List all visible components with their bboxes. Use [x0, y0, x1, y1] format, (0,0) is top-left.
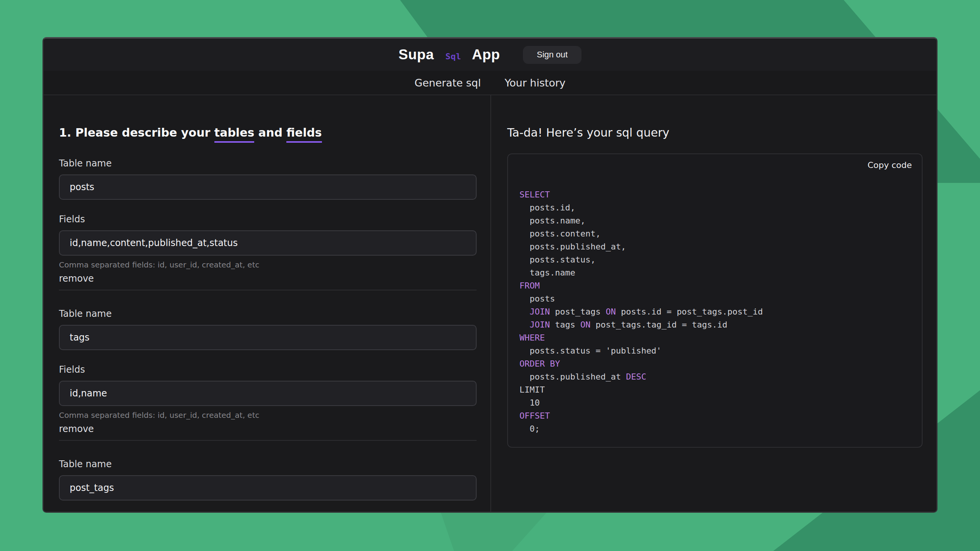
fields-label: Fields: [59, 364, 477, 375]
sql-code-line: tags.name: [519, 266, 911, 279]
remove-table-button[interactable]: remove: [59, 273, 94, 284]
table-group: Table name Fields Comma separated fields…: [59, 308, 477, 441]
result-panel: Ta-da! Here’s your sql query Copy code S…: [491, 95, 936, 512]
remove-table-button[interactable]: remove: [59, 424, 94, 435]
sql-code-line: FROM: [519, 279, 911, 292]
sql-code-card: Copy code SELECT posts.id, posts.name, p…: [507, 153, 923, 448]
sql-code-line: LIMIT: [519, 383, 911, 396]
table-name-input[interactable]: [59, 174, 477, 200]
table-name-input[interactable]: [59, 475, 477, 500]
result-heading: Ta-da! Here’s your sql query: [507, 126, 923, 140]
sql-code-line: 10: [519, 396, 911, 409]
sql-code-line: posts.id,: [519, 201, 911, 214]
sql-code-line: posts.content,: [519, 227, 911, 240]
sql-code-line: posts.status = 'published': [519, 344, 911, 357]
tables-form-panel: 1. Please describe your tables and field…: [44, 95, 491, 512]
group-divider: [59, 290, 477, 290]
fields-helper-text: Comma separated fields: id, user_id, cre…: [59, 411, 477, 420]
sql-code-line: posts.published_at,: [519, 240, 911, 253]
table-name-label: Table name: [59, 308, 477, 320]
table-name-label: Table name: [59, 158, 477, 169]
app-header: SupaSqlApp Sign out: [44, 39, 936, 71]
sign-out-button[interactable]: Sign out: [523, 46, 581, 64]
group-divider: [59, 440, 477, 441]
fields-helper-text: Comma separated fields: id, user_id, cre…: [59, 260, 477, 269]
sql-code-line: 0;: [519, 422, 911, 435]
logo-part-app: App: [472, 47, 500, 62]
table-group: Table name Fields Comma separated fields…: [59, 459, 477, 512]
fields-input[interactable]: [59, 230, 477, 256]
table-name-label: Table name: [59, 459, 477, 470]
sql-code-block: SELECT posts.id, posts.name, posts.conte…: [508, 173, 922, 447]
desktop-background: SupaSqlApp Sign out Generate sql Your hi…: [0, 0, 980, 551]
sql-code-line: WHERE: [519, 331, 911, 344]
table-group: Table name Fields Comma separated fields…: [59, 158, 477, 290]
fields-label: Fields: [59, 214, 477, 225]
sql-code-line: OFFSET: [519, 409, 911, 422]
sql-code-line: SELECT: [519, 188, 911, 201]
sql-code-line: posts.status,: [519, 253, 911, 266]
content-area: 1. Please describe your tables and field…: [44, 95, 936, 512]
form-heading: 1. Please describe your tables and field…: [59, 126, 477, 140]
app-logo: SupaSqlApp: [399, 47, 500, 63]
app-window: SupaSqlApp Sign out Generate sql Your hi…: [42, 37, 938, 513]
sql-code-card-header: Copy code: [508, 154, 922, 173]
form-heading-text: 1. Please describe your: [59, 126, 214, 139]
logo-part-supa: Supa: [399, 47, 434, 62]
main-nav: Generate sql Your history: [44, 71, 936, 95]
sql-code-line: JOIN tags ON post_tags.tag_id = tags.id: [519, 318, 911, 331]
sql-code-line: posts.published_at DESC: [519, 370, 911, 383]
sql-code-line: ORDER BY: [519, 357, 911, 370]
sql-code-line: posts: [519, 292, 911, 305]
table-groups: Table name Fields Comma separated fields…: [59, 158, 477, 512]
sql-code-line: JOIN post_tags ON posts.id = post_tags.p…: [519, 305, 911, 318]
logo-part-sql: Sql: [434, 37, 472, 73]
form-heading-fields-underlined: fields: [286, 126, 322, 143]
form-heading-and: and: [254, 126, 286, 139]
sql-code-line: posts.name,: [519, 214, 911, 227]
table-name-input[interactable]: [59, 325, 477, 350]
form-heading-tables-underlined: tables: [214, 126, 255, 143]
nav-your-history[interactable]: Your history: [505, 77, 565, 89]
fields-input[interactable]: [59, 381, 477, 406]
nav-generate-sql[interactable]: Generate sql: [415, 77, 481, 89]
copy-code-button[interactable]: Copy code: [867, 160, 912, 170]
